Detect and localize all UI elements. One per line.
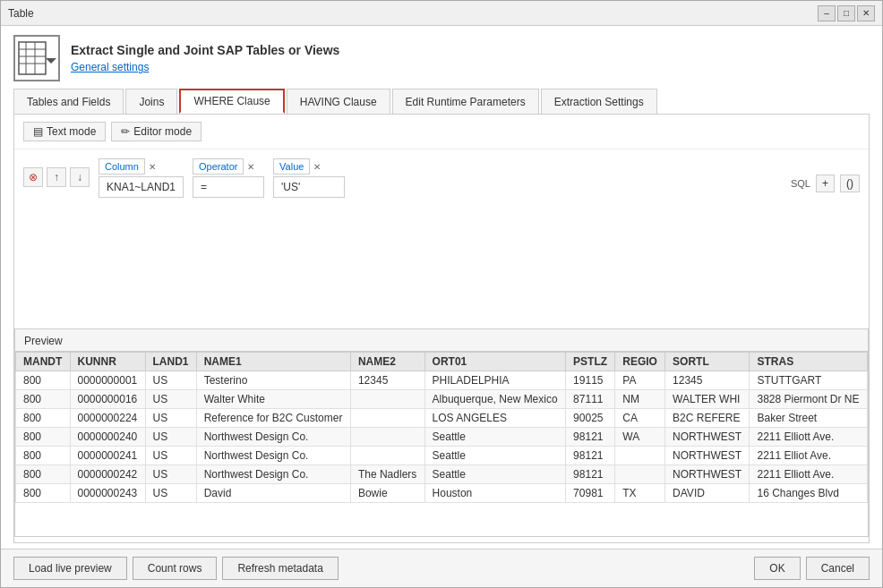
svg-marker-6 (46, 58, 56, 64)
table-cell: PHILADELPHIA (424, 371, 566, 390)
table-cell: NM (615, 390, 665, 409)
where-editor: ⊗ ↑ ↓ Column ✕ KNA1~LAND1 (14, 149, 869, 328)
main-window: Table – □ ✕ Extract Single a (0, 0, 883, 588)
table-cell: Northwest Design Co. (196, 428, 350, 447)
operator-value[interactable]: = (193, 176, 264, 198)
table-cell: 0000000001 (70, 371, 145, 390)
column-header-mandt: MANDT (16, 353, 71, 371)
table-cell: 98121 (566, 465, 615, 484)
table-cell: 0000000242 (70, 465, 145, 484)
table-cell: 2211 Elliott Ave. (750, 465, 868, 484)
editor-controls: ▤ Text mode ✏ Editor mode (14, 115, 869, 149)
table-cell: 800 (16, 484, 71, 503)
value-remove-icon[interactable]: ✕ (313, 162, 321, 172)
close-button[interactable]: ✕ (857, 5, 875, 21)
table-cell: US (145, 447, 196, 465)
field-value[interactable]: 'US' (273, 176, 345, 198)
text-mode-icon: ▤ (33, 125, 43, 138)
footer: Load live preview Count rows Refresh met… (1, 549, 882, 587)
table-cell: 12345 (665, 371, 750, 390)
operator-header: Operator ✕ (193, 158, 264, 175)
table-cell: Northwest Design Co. (196, 465, 350, 484)
preview-table-container[interactable]: MANDTKUNNRLAND1NAME1NAME2ORT01PSTLZREGIO… (14, 351, 869, 537)
header-text: Extract Single and Joint SAP Tables or V… (71, 43, 339, 73)
refresh-metadata-button[interactable]: Refresh metadata (222, 557, 338, 580)
table-cell: US (145, 390, 196, 409)
table-row: 8000000000242USNorthwest Design Co.The N… (16, 465, 868, 484)
table-cell: Reference for B2C Customer (196, 409, 350, 428)
value-field: Value ✕ 'US' (273, 158, 345, 198)
column-header-ort01: ORT01 (424, 353, 566, 371)
table-cell: Bowie (350, 484, 424, 503)
table-cell: US (145, 428, 196, 447)
preview-table: MANDTKUNNRLAND1NAME1NAME2ORT01PSTLZREGIO… (15, 352, 868, 503)
tab-joins[interactable]: Joins (125, 89, 177, 114)
table-row: 8000000000001USTesterino12345PHILADELPHI… (16, 371, 868, 390)
table-cell: 3828 Piermont Dr NE (750, 390, 868, 409)
table-cell: 2211 Elliott Ave. (750, 428, 868, 447)
table-cell: 0000000241 (70, 447, 145, 465)
tab-having-clause[interactable]: HAVING Clause (287, 89, 390, 114)
column-remove-icon[interactable]: ✕ (149, 162, 156, 172)
tab-where-clause[interactable]: WHERE Clause (179, 89, 284, 114)
table-cell: 800 (16, 390, 71, 409)
table-cell: Northwest Design Co. (196, 447, 350, 465)
table-cell (350, 409, 424, 428)
table-cell: NORTHWEST (665, 465, 750, 484)
table-cell: US (145, 409, 196, 428)
table-cell: US (145, 465, 196, 484)
maximize-button[interactable]: □ (837, 5, 855, 21)
move-up-button[interactable]: ↑ (47, 167, 66, 187)
title-bar: Table – □ ✕ (1, 1, 882, 26)
sql-label: SQL (791, 178, 810, 189)
paren-button[interactable]: () (840, 175, 860, 192)
table-cell: 800 (16, 409, 71, 428)
tab-edit-runtime[interactable]: Edit Runtime Parameters (392, 89, 539, 114)
table-cell: Walter White (196, 390, 350, 409)
text-mode-button[interactable]: ▤ Text mode (23, 122, 106, 141)
move-down-button[interactable]: ↓ (70, 167, 90, 187)
table-cell: NORTHWEST (665, 447, 750, 465)
tab-content: ▤ Text mode ✏ Editor mode ⊗ ↑ ↓ (13, 115, 870, 543)
table-cell: David (196, 484, 350, 503)
table-cell: 800 (16, 465, 71, 484)
table-cell: B2C REFERE (665, 409, 750, 428)
table-cell: US (145, 484, 196, 503)
table-cell: Houston (424, 484, 566, 503)
minimize-button[interactable]: – (818, 5, 836, 21)
tab-tables-fields[interactable]: Tables and Fields (13, 89, 124, 114)
app-icon (13, 35, 60, 81)
table-cell: 0000000224 (70, 409, 145, 428)
table-icon (17, 38, 56, 78)
table-cell: 19115 (566, 371, 615, 390)
table-cell: STUTTGART (750, 371, 868, 390)
count-rows-button[interactable]: Count rows (133, 557, 218, 580)
clause-row: Column ✕ KNA1~LAND1 Operator ✕ = (99, 158, 860, 198)
general-settings-link[interactable]: General settings (71, 61, 339, 73)
row-controls: ⊗ ↑ ↓ (23, 158, 90, 187)
add-button[interactable]: + (816, 175, 835, 192)
table-cell: 0000000016 (70, 390, 145, 409)
ok-button[interactable]: OK (754, 557, 800, 580)
editor-mode-button[interactable]: ✏ Editor mode (111, 122, 201, 141)
load-live-preview-button[interactable]: Load live preview (13, 557, 127, 580)
tab-extraction-settings[interactable]: Extraction Settings (541, 89, 657, 114)
table-cell: 800 (16, 371, 71, 390)
value-header: Value ✕ (273, 158, 345, 175)
column-value[interactable]: KNA1~LAND1 (99, 176, 184, 198)
table-cell: 90025 (566, 409, 615, 428)
cancel-button[interactable]: Cancel (806, 557, 870, 580)
editor-mode-label: Editor mode (133, 125, 192, 138)
table-cell: Baker Street (750, 409, 868, 428)
table-cell: NORTHWEST (665, 428, 750, 447)
delete-row-button[interactable]: ⊗ (23, 167, 43, 187)
table-cell: 16 Changes Blvd (750, 484, 868, 503)
value-tag: Value (273, 158, 310, 175)
table-cell (350, 447, 424, 465)
column-header: Column ✕ (99, 158, 184, 175)
sql-controls: SQL + () (791, 158, 860, 192)
window-title: Table (8, 7, 34, 20)
column-header-name1: NAME1 (196, 353, 350, 371)
operator-remove-icon[interactable]: ✕ (247, 162, 254, 172)
title-bar-controls: – □ ✕ (818, 5, 875, 21)
